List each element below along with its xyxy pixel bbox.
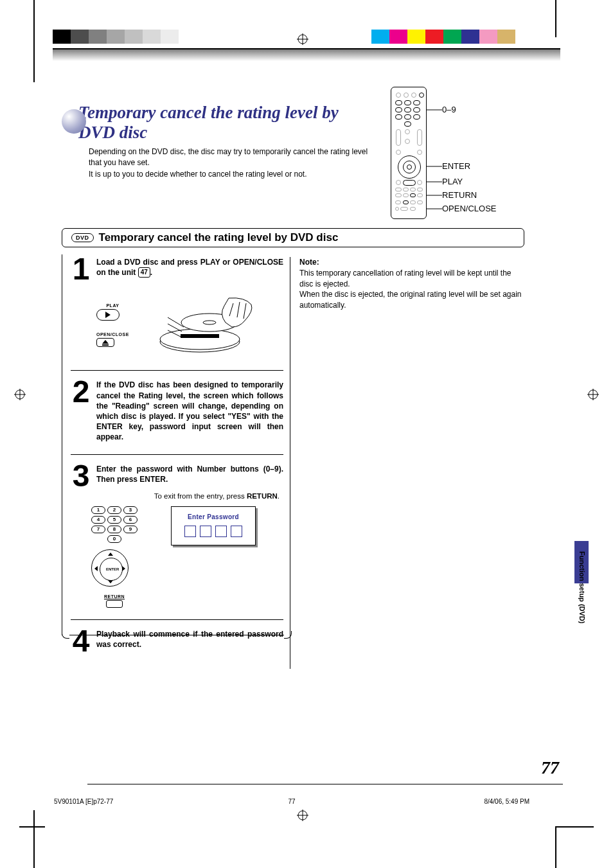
side-tab-label: Function setup (DVD)	[578, 551, 586, 623]
arrow-down-icon	[108, 580, 113, 583]
crop-mark	[19, 826, 45, 828]
password-box	[231, 526, 242, 537]
step-number: 4	[71, 629, 91, 653]
crop-mark	[33, 810, 35, 868]
arrow-up-icon	[108, 553, 113, 556]
footer-right: 8/4/06, 5:49 PM	[371, 798, 529, 805]
remote-outline	[391, 87, 427, 219]
step-divider	[71, 454, 283, 455]
crop-mark	[33, 0, 35, 82]
numpad-key: 9	[123, 526, 138, 533]
play-label: PLAY	[96, 303, 129, 308]
step-text: Enter the password with Number buttons (…	[96, 464, 283, 488]
step-3-illustration: 1 2 3 4 5 6 7 8 9 0	[91, 506, 283, 608]
note-heading: Note:	[299, 258, 319, 267]
return-label: RETURN	[91, 594, 138, 599]
numpad-key: 1	[91, 506, 105, 514]
remote-label-openclose: OPEN/CLOSE	[442, 204, 497, 213]
dvd-badge-icon: DVD	[71, 233, 94, 242]
numpad-key: 0	[107, 535, 121, 543]
disc-insert-illustration	[148, 292, 264, 359]
step-3-exit-note: To exit from the entry, press RETURN.	[75, 492, 280, 500]
page-title-block: Temporary cancel the rating level by DVD…	[62, 103, 370, 180]
page-number: 77	[541, 757, 559, 778]
arrow-left-icon	[94, 566, 98, 571]
step-divider	[71, 370, 283, 371]
step-number: 3	[71, 464, 91, 488]
number-pad-ill: 1 2 3 4 5 6 7 8 9 0	[91, 506, 138, 543]
section-heading: Temporary cancel the rating level by DVD…	[99, 231, 339, 244]
svg-rect-19	[181, 334, 219, 338]
registration-mark-icon	[297, 33, 308, 45]
password-boxes	[177, 526, 250, 537]
crop-mark	[555, 826, 556, 868]
registration-mark-icon	[587, 389, 599, 400]
note-line: This temporary cancellation of rating le…	[299, 269, 511, 288]
note-line: When the disc is ejected, the original r…	[299, 290, 522, 310]
numpad-key: 5	[107, 516, 121, 524]
step-number: 2	[71, 380, 91, 442]
remote-label-play: PLAY	[442, 177, 463, 186]
step-1: 1 Load a DVD disc and press PLAY or OPEN…	[71, 257, 283, 281]
note-column: Note: This temporary cancellation of rat…	[299, 257, 524, 311]
subtitle-line: It is up to you to decide whether to can…	[89, 170, 307, 179]
remote-label-numbers: 0–9	[442, 105, 456, 114]
dpad-ill: ENTER	[91, 549, 129, 587]
step-3släpp-panel: Enter Password	[164, 506, 256, 608]
return-box-icon	[106, 600, 123, 608]
step-number: 1	[71, 257, 91, 281]
remote-label-enter: ENTER	[442, 161, 470, 171]
play-icon	[96, 309, 120, 321]
openclose-label: OPEN/CLOSE	[96, 332, 129, 337]
page-number-rule	[87, 784, 563, 784]
numpad-key: 7	[91, 526, 105, 533]
grayscale-bar	[53, 30, 190, 44]
footer-left: 5V90101A [E]p72-77	[54, 798, 213, 805]
subtitle-line: Depending on the DVD disc, the disc may …	[89, 147, 368, 167]
openclose-button-ill: OPEN/CLOSE	[96, 332, 129, 347]
remote-label-return: RETURN	[442, 190, 477, 200]
registration-mark-icon	[297, 810, 308, 821]
numpad-key: 8	[107, 526, 121, 533]
arrow-right-icon	[122, 566, 125, 571]
footer: 5V90101A [E]p72-77 77 8/4/06, 5:49 PM	[54, 798, 529, 805]
registration-mark-icon	[14, 389, 26, 400]
password-box	[184, 526, 196, 537]
page-subtitle: Depending on the DVD disc, the disc may …	[62, 143, 370, 180]
step-divider	[71, 619, 283, 620]
dpad-enter-label: ENTER	[106, 567, 119, 571]
remote-diagram: 0–9 ENTER PLAY RETURN OPEN/CLOSE	[388, 87, 549, 219]
password-panel-title: Enter Password	[177, 513, 250, 520]
page-title: Temporary cancel the rating level by DVD…	[62, 103, 370, 143]
enter-password-panel: Enter Password	[171, 506, 256, 545]
manual-page: Temporary cancel the rating level by DVD…	[0, 0, 613, 868]
page-ref-badge: 47	[138, 267, 150, 278]
step-3: 3 Enter the password with Number buttons…	[71, 464, 283, 488]
return-button-ill: RETURN	[91, 594, 138, 608]
password-box	[200, 526, 211, 537]
crop-mark	[555, 0, 556, 37]
step-text: If the DVD disc has been designed to tem…	[96, 380, 283, 442]
numpad-key: 4	[91, 516, 105, 524]
step-2: 2 If the DVD disc has been designed to t…	[71, 380, 283, 442]
step-text: Load a DVD disc and press PLAY or OPEN/C…	[96, 257, 283, 281]
play-button-ill: PLAY	[96, 303, 129, 321]
eject-icon	[96, 338, 114, 347]
password-box	[215, 526, 227, 537]
crop-mark	[555, 826, 594, 828]
steps-column: 1 Load a DVD disc and press PLAY or OPEN…	[62, 257, 290, 669]
step-3-buttons-column: 1 2 3 4 5 6 7 8 9 0	[91, 506, 138, 608]
color-bar	[371, 30, 515, 44]
numpad-key: 3	[123, 506, 138, 514]
numpad-key: 2	[107, 506, 121, 514]
numpad-key: 6	[123, 516, 138, 524]
section-heading-bar: DVD Temporary cancel the rating level by…	[62, 228, 524, 247]
step-1-illustration: PLAY OPEN/CLOSE	[96, 292, 283, 359]
title-bullet-icon	[62, 109, 86, 134]
step-4: 4 Playback will commence if the entered …	[71, 629, 283, 653]
footer-center: 77	[213, 798, 371, 805]
step-text: Playback will commence if the entered pa…	[96, 629, 283, 653]
header-gradient-rule	[53, 48, 560, 61]
